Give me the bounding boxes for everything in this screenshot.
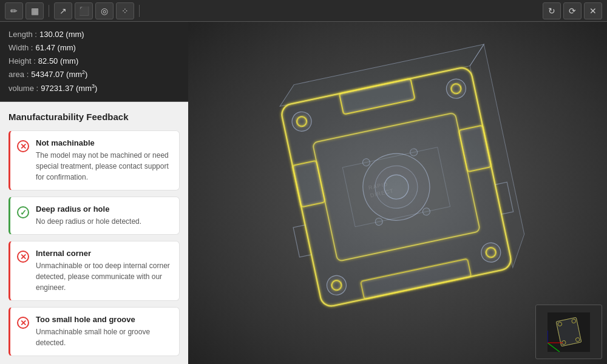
volume-label: volume : <box>8 82 38 95</box>
feedback-not-machinable: ✕ Not machinable The model may not be ma… <box>8 130 180 190</box>
minimap <box>535 305 602 359</box>
feedback-deep-radius: ✓ Deep radius or hole No deep radius or … <box>8 197 180 235</box>
width-value: 61.47 (mm) <box>35 41 75 55</box>
error-icon-internal-corner: ✕ <box>16 250 30 263</box>
height-row: Height : 82.50 (mm) <box>8 55 180 68</box>
left-panel: Length : 130.02 (mm) Width : 61.47 (mm) … <box>0 22 188 364</box>
feedback-internal-corner: ✕ Internal corner Unmachinable or too de… <box>8 241 180 301</box>
toolbar-separator-2 <box>139 5 140 17</box>
minimap-svg <box>548 312 590 352</box>
feedback-title-deep-radius: Deep radius or hole <box>36 204 141 214</box>
feedback-title-internal-corner: Internal corner <box>36 249 172 258</box>
area-label: area : <box>8 68 29 81</box>
area-row: area : 54347.07 (mm2) <box>8 68 180 81</box>
feedback-desc-internal-corner: Unmachinable or too deep internal corner… <box>36 260 172 293</box>
box-button[interactable]: ⬛ <box>75 2 93 19</box>
feedback-desc-not-machinable: The model may not be machined or need sp… <box>36 150 172 183</box>
feedback-content-deep-radius: Deep radius or hole No deep radius or ho… <box>36 204 141 227</box>
rotate-button[interactable]: ↻ <box>543 2 561 19</box>
error-icon-not-machinable: ✕ <box>16 140 30 153</box>
3d-part-svg: RAPID DIRECT <box>252 35 543 351</box>
feedback-content-internal-corner: Internal corner Unmachinable or too deep… <box>36 249 172 293</box>
main-content: Length : 130.02 (mm) Width : 61.47 (mm) … <box>0 22 607 364</box>
feedback-content-small-hole: Too small hole and groove Unmachinable s… <box>36 315 172 348</box>
volume-value: 97231.37 (mm3) <box>41 82 97 95</box>
check-circle-icon-1: ✓ <box>17 206 29 218</box>
feedback-small-hole: ✕ Too small hole and groove Unmachinable… <box>8 307 180 356</box>
x-circle-icon-2: ✕ <box>17 251 29 263</box>
x-circle-icon-1: ✕ <box>17 140 29 152</box>
length-value: 130.02 (mm) <box>39 28 84 41</box>
feedback-desc-small-hole: Unmachinable small hole or groove detect… <box>36 326 172 348</box>
points-button[interactable]: ⁘ <box>116 2 134 19</box>
feedback-content-not-machinable: Not machinable The model may not be mach… <box>36 138 172 183</box>
feedback-desc-deep-radius: No deep radius or hole detected. <box>36 216 141 227</box>
face-button[interactable]: ◎ <box>95 2 114 19</box>
pencil-button[interactable]: ✏ <box>5 2 23 19</box>
x-circle-icon-3: ✕ <box>17 317 29 329</box>
height-value: 82.50 (mm) <box>38 55 78 68</box>
width-label: Width : <box>8 41 33 55</box>
width-row: Width : 61.47 (mm) <box>8 41 180 55</box>
panel-title: Manufacturability Feedback <box>8 112 180 122</box>
height-label: Height : <box>8 55 36 68</box>
select-button[interactable]: ↗ <box>54 2 72 19</box>
toolbar-right: ↻ ⟳ ✕ <box>543 2 602 19</box>
toolbar-separator-1 <box>49 5 49 17</box>
error-icon-small-hole: ✕ <box>16 316 30 329</box>
toolbar: ✏ ▦ ↗ ⬛ ◎ ⁘ ↻ ⟳ ✕ <box>0 0 607 22</box>
feedback-title-small-hole: Too small hole and groove <box>36 315 172 324</box>
length-label: Length : <box>8 28 37 41</box>
success-icon-deep-radius: ✓ <box>16 206 30 219</box>
close-button[interactable]: ✕ <box>584 2 602 19</box>
grid-button[interactable]: ▦ <box>25 2 44 19</box>
area-value: 54347.07 (mm2) <box>31 68 87 81</box>
volume-row: volume : 97231.37 (mm3) <box>8 82 180 95</box>
dimensions-box: Length : 130.02 (mm) Width : 61.47 (mm) … <box>0 22 188 102</box>
feedback-title-not-machinable: Not machinable <box>36 138 172 147</box>
manufacturability-panel: Manufacturability Feedback ✕ Not machina… <box>0 102 188 364</box>
length-row: Length : 130.02 (mm) <box>8 28 180 41</box>
viewport[interactable]: RAPID DIRECT <box>188 22 607 364</box>
refresh-button[interactable]: ⟳ <box>563 2 582 19</box>
